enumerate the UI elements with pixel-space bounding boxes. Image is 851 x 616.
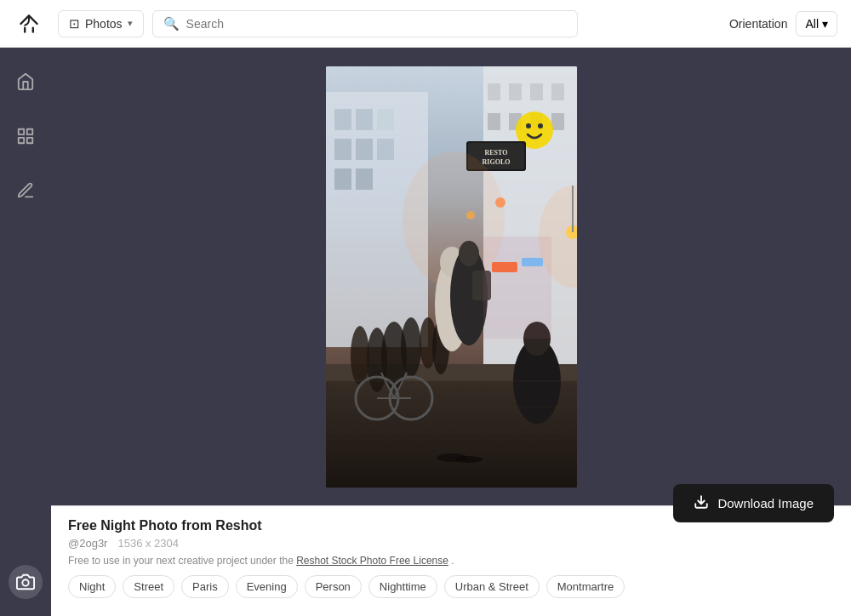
photo-dimensions: 1536 x 2304 bbox=[117, 537, 179, 550]
sidebar-item-home[interactable] bbox=[9, 65, 43, 99]
camera-icon: ⊡ bbox=[69, 16, 80, 31]
license-link[interactable]: Reshot Stock Photo Free License bbox=[296, 555, 448, 567]
tag-person[interactable]: Person bbox=[305, 575, 362, 598]
svg-rect-68 bbox=[522, 258, 543, 266]
svg-rect-18 bbox=[530, 83, 543, 100]
logo[interactable] bbox=[14, 9, 44, 39]
license-text: Free to use in your next creative projec… bbox=[68, 555, 294, 567]
photos-button[interactable]: ⊡ Photos ▾ bbox=[58, 10, 144, 37]
svg-point-38 bbox=[401, 317, 421, 377]
svg-point-66 bbox=[455, 456, 483, 463]
svg-rect-17 bbox=[509, 83, 522, 100]
header: ⊡ Photos ▾ 🔍 Orientation All ▾ bbox=[0, 0, 851, 48]
photo-license: Free to use in your next creative projec… bbox=[68, 555, 454, 567]
tag-montmartre[interactable]: Montmartre bbox=[546, 575, 625, 598]
tag-urban-street[interactable]: Urban & Street bbox=[444, 575, 540, 598]
download-label: Download Image bbox=[717, 496, 814, 510]
tag-night[interactable]: Night bbox=[68, 575, 116, 598]
search-input[interactable] bbox=[186, 17, 567, 31]
svg-point-46 bbox=[459, 241, 479, 266]
all-label: All bbox=[805, 17, 819, 31]
sidebar bbox=[0, 48, 51, 616]
search-icon: 🔍 bbox=[163, 16, 180, 31]
header-right: Orientation All ▾ bbox=[729, 11, 837, 37]
svg-rect-23 bbox=[551, 113, 564, 130]
download-icon bbox=[694, 494, 709, 512]
search-bar: 🔍 bbox=[152, 10, 578, 37]
svg-rect-19 bbox=[551, 83, 564, 100]
main-content: RESTO RIGOLO bbox=[51, 48, 851, 616]
all-select[interactable]: All ▾ bbox=[796, 11, 837, 37]
svg-rect-67 bbox=[492, 262, 517, 272]
svg-rect-60 bbox=[483, 237, 551, 339]
svg-rect-7 bbox=[334, 109, 351, 130]
svg-point-57 bbox=[495, 197, 505, 208]
chevron-down-icon: ▾ bbox=[128, 18, 133, 29]
tag-nighttime[interactable]: Nighttime bbox=[368, 575, 437, 598]
svg-rect-1 bbox=[27, 129, 32, 134]
svg-rect-20 bbox=[488, 113, 500, 130]
svg-rect-9 bbox=[377, 109, 394, 130]
svg-text:RIGOLO: RIGOLO bbox=[482, 158, 510, 166]
svg-text:RESTO: RESTO bbox=[484, 149, 507, 157]
svg-point-39 bbox=[367, 328, 387, 392]
photo-author: @2og3r bbox=[68, 537, 107, 550]
svg-rect-2 bbox=[19, 138, 24, 143]
photo-title: Free Night Photo from Reshot bbox=[68, 518, 454, 533]
orientation-label: Orientation bbox=[729, 17, 787, 31]
license-end: . bbox=[451, 555, 454, 567]
tags-container: Night Street Paris Evening Person Nightt… bbox=[68, 575, 834, 598]
svg-rect-16 bbox=[488, 83, 500, 100]
sidebar-bottom bbox=[0, 565, 51, 616]
svg-point-40 bbox=[351, 326, 369, 385]
chevron-all-icon: ▾ bbox=[822, 17, 828, 31]
svg-rect-13 bbox=[334, 168, 351, 190]
svg-point-4 bbox=[22, 579, 28, 585]
svg-rect-10 bbox=[334, 139, 351, 160]
svg-point-58 bbox=[466, 211, 475, 220]
sidebar-item-edit[interactable] bbox=[9, 174, 43, 208]
tag-street[interactable]: Street bbox=[123, 575, 174, 598]
svg-rect-0 bbox=[19, 129, 24, 134]
image-area: RESTO RIGOLO bbox=[51, 48, 851, 505]
sidebar-item-collections[interactable] bbox=[9, 119, 43, 153]
main-photo: RESTO RIGOLO bbox=[326, 66, 577, 488]
svg-rect-8 bbox=[356, 109, 373, 130]
photos-label: Photos bbox=[85, 17, 123, 31]
svg-point-28 bbox=[538, 123, 543, 128]
svg-rect-12 bbox=[377, 139, 394, 160]
tag-evening[interactable]: Evening bbox=[236, 575, 298, 598]
download-button[interactable]: Download Image bbox=[673, 484, 834, 522]
tag-paris[interactable]: Paris bbox=[181, 575, 229, 598]
photo-meta: @2og3r 1536 x 2304 bbox=[68, 537, 454, 550]
svg-rect-3 bbox=[27, 138, 32, 143]
svg-point-27 bbox=[526, 123, 531, 128]
svg-rect-14 bbox=[356, 168, 373, 190]
svg-rect-11 bbox=[356, 139, 373, 160]
sidebar-item-camera[interactable] bbox=[9, 565, 43, 599]
